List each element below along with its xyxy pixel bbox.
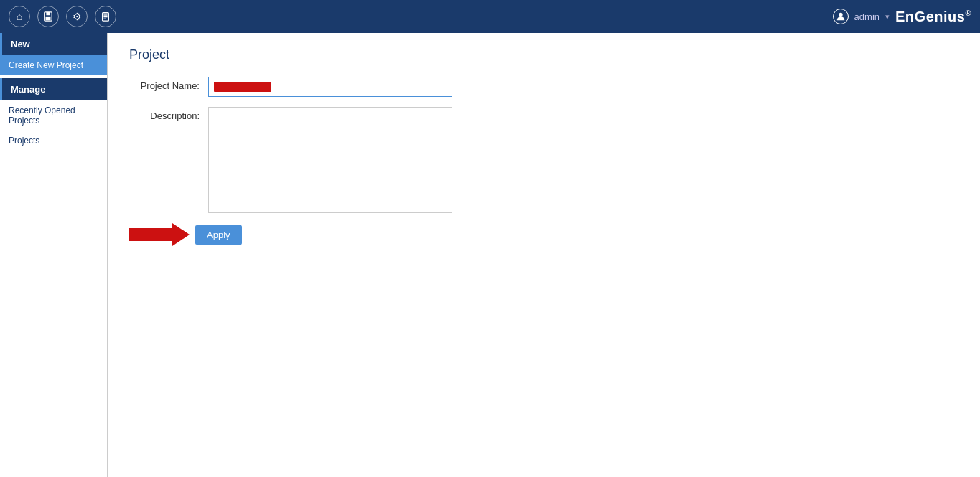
apply-row: Apply [129,223,958,246]
svg-rect-1 [46,12,50,15]
sidebar-new-section: New [0,33,107,55]
sidebar-item-projects[interactable]: Projects [0,131,107,151]
description-label: Description: [129,107,208,121]
main-layout: New Create New Project Manage Recently O… [0,33,980,477]
navbar-left: ⌂ ⚙ [9,6,116,27]
svg-rect-5 [103,16,107,17]
navbar: ⌂ ⚙ admin ▾ EnGenius® [0,0,980,33]
arrow-annotation [129,223,190,246]
description-row: Description: [129,107,958,213]
content-area: Project Project Name: Description: Apply [108,33,980,477]
svg-rect-2 [46,17,51,20]
clipboard-icon[interactable] [95,6,116,27]
arrow-head [172,223,190,246]
admin-avatar-icon [833,9,849,24]
save-icon[interactable] [37,6,59,27]
project-name-input-wrapper [208,77,452,97]
page-title: Project [129,47,958,62]
svg-point-7 [839,13,842,16]
project-name-row: Project Name: [129,77,958,97]
settings-icon[interactable]: ⚙ [66,6,88,27]
sidebar: New Create New Project Manage Recently O… [0,33,108,477]
project-name-label: Project Name: [129,77,208,91]
sidebar-item-recently-opened[interactable]: Recently Opened Projects [0,100,107,131]
navbar-right: admin ▾ EnGenius® [833,9,971,25]
description-input[interactable] [208,107,452,213]
svg-rect-6 [103,19,106,19]
sidebar-manage-section: Manage [0,78,107,100]
admin-label[interactable]: admin [854,11,879,22]
brand-trademark: ® [965,9,971,17]
svg-rect-4 [103,14,107,15]
brand-name: EnGenius® [895,9,971,25]
admin-dropdown-icon[interactable]: ▾ [885,12,890,22]
arrow-body [129,228,172,241]
home-icon[interactable]: ⌂ [9,6,30,27]
project-name-input[interactable] [208,77,452,97]
sidebar-item-create-new-project[interactable]: Create New Project [0,55,107,75]
apply-button[interactable]: Apply [195,225,242,245]
